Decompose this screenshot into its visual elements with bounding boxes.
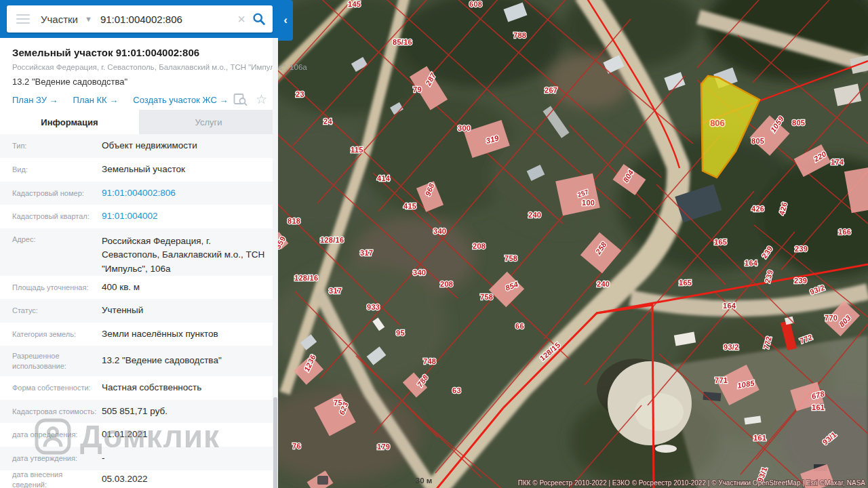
- info-row-value: 01.01.2021: [102, 428, 148, 441]
- parcel-label: 179: [377, 443, 390, 451]
- parcel-label: 174: [831, 158, 844, 166]
- parcel-label: 85/16: [393, 38, 412, 46]
- parcel-label: 145: [348, 0, 361, 8]
- info-row-label: Разрешенное использование:: [12, 351, 102, 371]
- tab-services[interactable]: Услуги: [139, 110, 278, 134]
- map-view[interactable]: 806 14560878885/162877923267243003191158…: [278, 0, 868, 488]
- info-row-value: 400 кв. м: [102, 281, 140, 294]
- parcel-label: 758: [480, 293, 493, 301]
- info-row: Площадь уточненная:400 кв. м: [0, 276, 278, 299]
- info-row-label: Кадастровый номер:: [12, 188, 102, 199]
- chevron-down-icon[interactable]: ▼: [85, 15, 92, 23]
- parcel-label: 426: [751, 205, 764, 213]
- info-row-value: Земельный участок: [102, 163, 185, 176]
- search-card: Участки ▼ ×: [7, 5, 273, 33]
- info-row-label: Категория земель:: [12, 329, 102, 340]
- parcel-label: 166: [838, 228, 851, 236]
- object-usage: 13.2 "Ведение садоводства": [12, 77, 266, 87]
- info-row: дата определения:01.01.2021: [0, 423, 278, 447]
- parcel-label: 93/2: [724, 343, 739, 351]
- collapse-panel-button[interactable]: ‹: [278, 0, 293, 41]
- parcel-label: 317: [360, 249, 373, 257]
- object-links: План ЗУ → План КК → Создать участок ЖС →: [12, 95, 266, 105]
- object-title: Земельный участок 91:01:004002:806: [12, 47, 266, 58]
- plan-kk-link[interactable]: План КК →: [73, 95, 119, 105]
- parcel-label: 24: [323, 117, 332, 125]
- info-row-value: 505 851,71 руб.: [102, 405, 167, 418]
- parcel-label: 100: [582, 199, 595, 207]
- search-input[interactable]: [100, 14, 231, 25]
- parcel-label: 415: [403, 202, 416, 210]
- plan-zu-link[interactable]: План ЗУ →: [12, 95, 58, 105]
- parcel-label: 161: [812, 403, 825, 411]
- menu-icon[interactable]: [16, 14, 30, 24]
- parcel-label: 758: [505, 254, 517, 262]
- parcel-label: 128/16: [320, 236, 344, 244]
- info-row-label: дата утверждения:: [12, 453, 102, 464]
- info-row: Адрес:Российская Федерация, г. Севастопо…: [0, 228, 278, 276]
- parcel-label: 300: [458, 124, 471, 132]
- info-row: Кадастровый квартал:91:01:004002: [0, 205, 278, 228]
- info-row-label: Площадь уточненная:: [12, 283, 102, 293]
- info-row-value-link[interactable]: 91:01:004002:806: [102, 186, 176, 200]
- selected-parcel-label: 806: [710, 118, 725, 128]
- panel-scrollbar[interactable]: [273, 38, 278, 488]
- search-category-select[interactable]: Участки: [41, 14, 78, 25]
- info-row: Категория земель:Земли населённых пункто…: [0, 323, 278, 346]
- info-row: Тип:Объект недвижимости: [0, 134, 278, 158]
- parcel-label: 818: [288, 217, 300, 225]
- parcel-label: 208: [440, 280, 453, 288]
- object-address: Российская Федерация, г. Севастополь, Ба…: [12, 63, 266, 71]
- left-panel: Участки ▼ × Земельный участок 91:01:0040…: [0, 0, 278, 488]
- parcel-label: 208: [473, 242, 486, 250]
- parcel-label: 317: [329, 287, 342, 295]
- info-row: дата внесения сведений:05.03.2022: [0, 470, 278, 488]
- parcel-label: 933: [367, 303, 380, 311]
- parcel-label: 239: [794, 277, 807, 285]
- map-canvas[interactable]: 806 14560878885/162877923267243003191158…: [278, 0, 868, 488]
- map-control-icon[interactable]: [317, 476, 328, 485]
- info-row-label: дата внесения сведений:: [12, 470, 102, 488]
- info-row-label: дата определения:: [12, 430, 102, 440]
- parcel-label: 770: [825, 314, 837, 322]
- info-row-value-link[interactable]: 91:01:004002: [102, 209, 158, 223]
- app-root: Участки ▼ × Земельный участок 91:01:0040…: [0, 0, 868, 488]
- chevron-left-icon: ‹: [283, 14, 288, 27]
- scrollbar-thumb[interactable]: [273, 397, 277, 488]
- tab-information[interactable]: Информация: [0, 110, 139, 134]
- clear-icon[interactable]: ×: [237, 12, 245, 26]
- parcel-label: 340: [413, 268, 426, 277]
- locate-on-map-icon[interactable]: [233, 93, 248, 106]
- info-row: Кадастровый номер:91:01:004002:806: [0, 182, 278, 205]
- object-header: Земельный участок 91:01:004002:806 Росси…: [0, 38, 278, 110]
- parcel-label: 161: [753, 434, 766, 442]
- parcel-label: 240: [528, 211, 541, 219]
- info-row-value: 13.2 "Ведение садоводства": [102, 354, 222, 367]
- parcel-label: 165: [679, 279, 692, 287]
- parcel-label: 115: [351, 146, 363, 154]
- search-icon[interactable]: [252, 12, 266, 26]
- info-row: Кадастровая стоимость:505 851,71 руб.: [0, 400, 278, 423]
- favorite-star-icon[interactable]: ☆: [256, 92, 267, 107]
- info-row: Разрешенное использование:13.2 "Ведение …: [0, 346, 278, 376]
- info-row-value: Учтенный: [102, 304, 143, 317]
- parcel-label: 771: [715, 376, 728, 384]
- info-row-label: Тип:: [12, 141, 102, 151]
- parcel-label: 95: [396, 329, 405, 337]
- info-row-value: -: [102, 451, 105, 465]
- create-parcel-link[interactable]: Создать участок ЖС →: [133, 95, 228, 105]
- info-row-value: Объект недвижимости: [102, 139, 197, 152]
- info-row: дата утверждения:-: [0, 447, 278, 470]
- info-row: Форма собственности:Частная собственност…: [0, 376, 278, 400]
- info-row-label: Форма собственности:: [12, 383, 102, 393]
- parcel-label: 128/16: [294, 274, 318, 282]
- info-row-value: 05.03.2022: [102, 472, 148, 486]
- info-row-label: Кадастровый квартал:: [12, 211, 102, 222]
- parcel-label: 164: [745, 259, 758, 267]
- parcel-label: 748: [423, 357, 436, 365]
- search-bar: Участки ▼ ×: [0, 0, 278, 38]
- parcel-label: 76: [292, 442, 301, 450]
- parcel-label: 608: [469, 0, 482, 8]
- info-row: Вид:Земельный участок: [0, 158, 278, 182]
- info-row-value: Частная собственность: [102, 381, 201, 394]
